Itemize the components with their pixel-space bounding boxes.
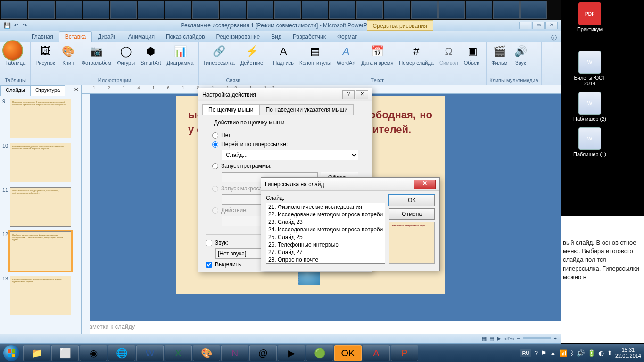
preview-thumb[interactable] (384, 1, 410, 19)
sound-button[interactable]: 🔊Звук (511, 43, 530, 66)
slide-list-item[interactable]: 25. Слайд 25 (266, 233, 385, 241)
undo-icon[interactable]: ↶ (12, 22, 20, 29)
task-hp[interactable]: ◉ (80, 345, 107, 361)
task-mail[interactable]: @ (249, 345, 277, 361)
notes-pane[interactable]: Заметки к слайду (82, 321, 561, 334)
action-button[interactable]: ⚡Действие (239, 43, 265, 66)
preview-thumb[interactable] (1, 1, 27, 19)
tab-onclick[interactable]: По щелчку мыши (202, 104, 260, 115)
task-explorer[interactable]: 📁 (23, 345, 50, 361)
redo-icon[interactable]: ↷ (21, 22, 29, 29)
help-icon[interactable]: ⓘ (551, 34, 561, 42)
desktop-icon-doc[interactable]: W Билеты ЮСТ 2014 (573, 51, 606, 86)
tab-outline[interactable]: Структура (30, 85, 65, 96)
slide-list-item[interactable]: 22. Исследование методом опроса потреби (266, 211, 385, 218)
hyperlink-select[interactable]: Слайд... (222, 150, 358, 160)
tray-icon[interactable]: ⬆ (607, 349, 612, 357)
hyperlink-button[interactable]: 🔗Гиперссылка (202, 43, 237, 66)
preview-thumb[interactable] (192, 1, 219, 19)
album-button[interactable]: 📷Фотоальбом (80, 43, 114, 66)
radio-hyperlink[interactable] (212, 141, 218, 148)
slide-list-item[interactable]: 24. Исследование методом опроса потреби (266, 226, 385, 233)
desktop-icon-doc[interactable]: W Паблишер (2) (573, 92, 606, 122)
checkbox-sound[interactable] (206, 240, 212, 246)
clip-button[interactable]: 🎨Клип (59, 43, 78, 66)
headerfooter-button[interactable]: ▤Колонтитулы (297, 43, 333, 66)
slidenum-button[interactable]: #Номер слайда (397, 43, 436, 66)
preview-thumb[interactable] (520, 1, 547, 19)
object-button[interactable]: ▣Объект (462, 43, 483, 66)
dialog-titlebar[interactable]: Настройка действия ? ✕ (198, 88, 372, 101)
tab-review[interactable]: Рецензирование (211, 32, 266, 42)
slide-listbox[interactable]: 21. Физиологические исследования22. Иссл… (266, 203, 385, 264)
radio-none[interactable] (212, 132, 218, 139)
minimize-button[interactable]: — (519, 22, 531, 29)
tab-animation[interactable]: Анимация (123, 32, 160, 42)
clock[interactable]: 15:31 22.01.2014 (615, 347, 641, 359)
tab-onhover[interactable]: По наведении указателя мыши (260, 104, 354, 115)
volume-icon[interactable]: 🔊 (577, 349, 585, 357)
view-normal-icon[interactable]: ▦ (482, 336, 487, 342)
preview-thumb[interactable] (247, 1, 273, 19)
preview-thumb[interactable] (165, 1, 191, 19)
save-icon[interactable]: 💾 (3, 22, 11, 29)
tray-icon[interactable]: ▲ (550, 349, 556, 357)
tab-insert[interactable]: Вставка (59, 31, 92, 42)
close-button[interactable]: ✕ (414, 180, 436, 189)
cancel-button[interactable]: Отмена (389, 208, 435, 220)
preview-thumb[interactable] (493, 1, 520, 19)
slide-list-item[interactable]: 21. Физиологические исследования (266, 203, 385, 211)
textbox-button[interactable]: AНадпись (271, 43, 296, 66)
dialog-titlebar[interactable]: Гиперссылка на слайд ✕ (261, 178, 439, 191)
language-indicator[interactable]: RU (520, 349, 531, 357)
task-word[interactable]: W (136, 345, 164, 361)
task-media[interactable]: ▶ (278, 345, 305, 361)
preview-thumb[interactable] (28, 1, 55, 19)
bluetooth-icon[interactable]: ᛒ (570, 349, 574, 357)
preview-thumb[interactable] (220, 1, 246, 19)
smartart-button[interactable]: ⬢SmartArt (139, 43, 163, 66)
preview-thumb[interactable] (438, 1, 465, 19)
tab-view[interactable]: Вид (265, 32, 287, 42)
task-onenote[interactable]: N (221, 345, 248, 361)
symbol-button[interactable]: ΩСимвол (438, 43, 460, 66)
preview-thumb[interactable] (110, 1, 137, 19)
datetime-button[interactable]: 📅Дата и время (359, 43, 395, 66)
slide-list-item[interactable]: 23. Слайд 23 (266, 218, 385, 226)
maximize-button[interactable]: ▭ (532, 22, 545, 29)
preview-thumb[interactable] (329, 1, 355, 19)
slide-list-item[interactable]: 28. Опрос по почте (266, 256, 385, 263)
movie-button[interactable]: 🎬Фильм (489, 43, 509, 66)
task-ok[interactable]: OK (334, 345, 362, 361)
tab-home[interactable]: Главная (26, 32, 59, 42)
help-icon[interactable]: ? (534, 349, 538, 357)
close-icon[interactable]: ✕ (71, 85, 81, 96)
view-slideshow-icon[interactable]: ▶ (497, 336, 501, 342)
zoom-in-icon[interactable]: + (554, 336, 557, 341)
slide-thumb[interactable]: 13Альтернативы личным интервью служат ра… (2, 276, 79, 315)
task-excel[interactable]: X (165, 345, 192, 361)
tab-design[interactable]: Дизайн (92, 32, 122, 42)
preview-thumb[interactable] (302, 1, 328, 19)
preview-thumb[interactable] (356, 1, 383, 19)
slide-thumb[interactable]: 12Наиболее распространённые формы качест… (2, 231, 79, 271)
preview-thumb[interactable] (56, 1, 82, 19)
tab-slideshow[interactable]: Показ слайдов (160, 32, 211, 42)
battery-icon[interactable]: 🔋 (587, 349, 595, 357)
zoom-out-icon[interactable]: − (517, 336, 520, 341)
radio-run-program[interactable] (212, 163, 218, 169)
slide-thumbnails[interactable]: 9Первичные исследования. В ходе первичны… (0, 96, 81, 334)
preview-thumb[interactable] (83, 1, 109, 19)
close-button[interactable]: ✕ (545, 22, 558, 29)
view-sorter-icon[interactable]: ▤ (489, 336, 494, 342)
slide-thumb[interactable]: 11чтобы возможность между чувствами, отн… (2, 187, 79, 227)
ok-button[interactable]: OK (389, 195, 435, 206)
start-button[interactable] (0, 344, 23, 362)
slide-list-item[interactable]: 27. Слайд 27 (266, 248, 385, 256)
task-adobe[interactable]: A (363, 345, 390, 361)
task-powerpoint[interactable]: P (391, 345, 418, 361)
slide-list-item[interactable]: 26. Телефонные интервью (266, 241, 385, 248)
tray-icon[interactable]: ◐ (598, 349, 604, 357)
slide-thumb[interactable]: 10Качественные исследования. Качественны… (2, 143, 79, 182)
close-button[interactable]: ✕ (356, 90, 368, 99)
